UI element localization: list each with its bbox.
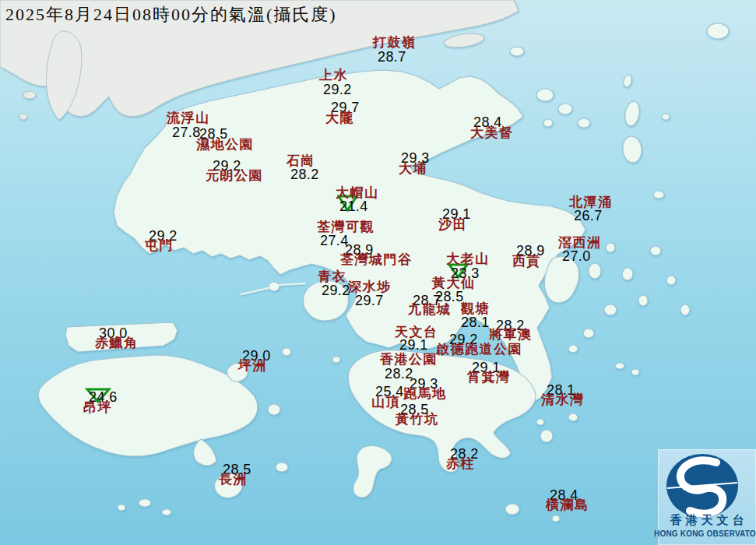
station-name-label: 石崗 (287, 154, 315, 167)
station-name-label: 濕地公園 (196, 138, 254, 151)
station-name-label: 荃灣城門谷 (340, 253, 413, 266)
station-name-label: 坪洲 (238, 359, 267, 372)
logo-english-name: HONG KONG OBSERVATORY (654, 530, 756, 538)
station-name-label: 大埔 (399, 162, 427, 175)
station-temperature-value: 27.0 (562, 249, 591, 263)
station-name-label: 元朗公園 (206, 169, 263, 182)
station-temperature-value: 29.2 (323, 83, 352, 97)
station-name-label: 沙田 (438, 218, 467, 231)
station-name-label: 屯門 (145, 239, 174, 252)
station-temperature-value: 28.7 (378, 50, 406, 64)
station-name-label: 大帽山 (336, 186, 379, 199)
station-name-label: 西貢 (512, 255, 541, 268)
station-name-label: 跑馬地 (403, 387, 447, 400)
station-name-label: 大美督 (470, 126, 514, 139)
station-name-label: 赤柱 (446, 457, 475, 470)
station-temperature-value: 28.1 (461, 315, 490, 329)
station-name-label: 將軍澳 (489, 328, 533, 341)
station-temperature-value: 28.2 (290, 167, 319, 181)
station-labels-layer: 28.7打鼓嶺29.2上水29.7大隴27.8流浮山28.5濕地公園29.2元朗… (0, 0, 756, 545)
station-name-label: 清水灣 (541, 393, 585, 406)
station-name-label: 打鼓嶺 (373, 36, 417, 49)
station-name-label: 啟德跑道公園 (436, 343, 522, 356)
station-name-label: 青衣 (318, 270, 346, 283)
station-name-label: 深水埗 (348, 280, 392, 294)
station-name-label: 赤鱲角 (95, 336, 139, 350)
station-name-label: 觀塘 (461, 302, 490, 315)
station-name-label: 上水 (319, 69, 348, 82)
station-temperature-value: 26.7 (574, 209, 603, 223)
station-name-label: 山頂 (371, 396, 400, 409)
station-name-label: 長洲 (219, 473, 248, 486)
station-name-label: 筲箕灣 (467, 371, 511, 384)
station-name-label: 北潭涌 (569, 195, 613, 209)
station-temperature-value: 21.4 (339, 199, 368, 213)
station-name-label: 昂坪 (83, 401, 112, 414)
station-name-label: 天文台 (395, 325, 438, 339)
map-title: 2025年8月24日08時00分的氣溫(攝氏度) (5, 5, 337, 24)
station-name-label: 大隴 (325, 111, 354, 125)
station-temperature-value: 29.2 (322, 283, 350, 297)
station-name-label: 大老山 (446, 252, 490, 265)
station-temperature-value: 29.7 (355, 294, 384, 308)
station-name-label: 流浮山 (167, 111, 210, 125)
station-name-label: 九龍城 (408, 303, 452, 316)
station-name-label: 香港公園 (380, 353, 438, 366)
station-name-label: 黃竹坑 (396, 413, 439, 426)
station-name-label: 黃大仙 (432, 276, 476, 290)
station-name-label: 荃灣可觀 (317, 220, 374, 234)
temperature-map-screen: 28.7打鼓嶺29.2上水29.7大隴27.8流浮山28.5濕地公園29.2元朗… (0, 0, 756, 545)
station-name-label: 橫瀾島 (546, 498, 589, 512)
station-name-label: 滘西洲 (558, 236, 602, 249)
station-temperature-value: 29.1 (399, 338, 428, 352)
logo-chinese-name: 香港天文台 (658, 515, 756, 526)
